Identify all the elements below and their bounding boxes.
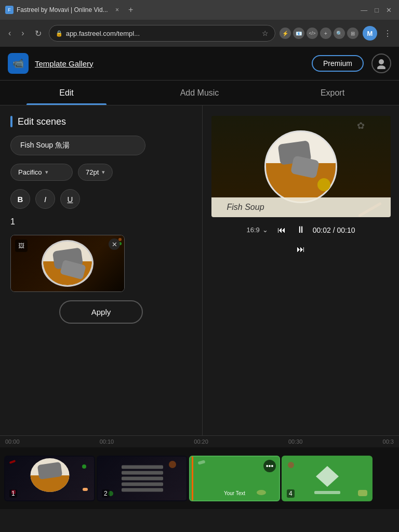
bookmark-icon[interactable]: ☆ [262,29,269,37]
back-btn[interactable]: ‹ [5,26,14,40]
lock-icon: 🔒 [56,30,63,37]
ruler-mark-3: 00:30 [288,438,303,445]
ruler-mark-0: 00:00 [5,438,20,445]
ext-search-icon[interactable]: 🔍 [334,28,345,39]
clip-3-more-btn[interactable]: ••• [263,460,276,472]
apply-button[interactable]: Apply [59,300,143,324]
user-avatar[interactable] [371,54,391,73]
tab-navigation: Edit Add Music Export [0,81,399,105]
image-upload-icon: 🖼 [15,240,28,252]
font-family-select[interactable]: Pacifico ▾ [10,164,73,181]
minimize-btn[interactable]: — [361,6,367,14]
app-logo: 📹 [8,53,29,74]
chevron-down-icon: ⌄ [262,226,268,234]
decoration-icon: ✿ [357,120,365,131]
section-header: Edit scenes [10,116,192,127]
user-icon [376,58,387,69]
browser-chrome: F Fastreel by Movavi | Online Vid... × +… [0,0,399,47]
bold-button[interactable]: B [10,189,30,209]
left-panel: Edit scenes Pacifico ▾ 72pt ▾ B I U 1 [0,105,203,435]
maximize-btn[interactable]: □ [375,6,379,14]
address-text: app.fastreel.com/templ... [66,30,259,37]
clip-1-number: 1 [9,489,17,498]
underline-button[interactable]: U [60,189,80,209]
video-time-row: 16:9 ⌄ ⏮ ⏸ 00:02 / 00:10 [246,222,355,237]
close-window-btn[interactable]: ✕ [386,6,392,14]
timeline-ruler: 00:00 00:10 00:20 00:30 00:3 [0,436,399,447]
rewind-button[interactable]: ⏮ [274,223,289,237]
video-controls: 16:9 ⌄ ⏮ ⏸ 00:02 / 00:10 ⏭ [210,222,391,256]
italic-button[interactable]: I [35,189,55,209]
clip-4-number: 4 [287,489,295,498]
ruler-mark-1: 00:10 [100,438,114,445]
ruler-marks: 00:00 00:10 00:20 00:30 00:3 [5,438,394,445]
timeline-clip-2[interactable]: 2 [97,456,188,501]
ext-email-icon[interactable]: 📧 [293,28,304,39]
time-display: 00:02 / 00:10 [313,226,355,234]
ext-grid-icon[interactable]: ⊞ [347,28,358,39]
browser-nav: ‹ › ↻ 🔒 app.fastreel.com/templ... ☆ ⚡ 📧 … [0,20,399,47]
video-background: ✿ Fish Soup [211,116,391,217]
browser-profile-btn[interactable]: M [363,26,377,41]
timeline-clip-3[interactable]: ••• Your Text [189,456,280,501]
aspect-ratio-selector[interactable]: 16:9 ⌄ [246,226,268,234]
main-content: Edit scenes Pacifico ▾ 72pt ▾ B I U 1 [0,105,399,435]
tab-close-btn[interactable]: × [113,5,121,15]
timeline-clip-1[interactable]: 1 [4,456,95,501]
section-title: Edit scenes [18,116,66,127]
ext-puzzle-icon[interactable]: ⚡ [280,28,291,39]
scene-number-label: 1 [10,217,192,227]
tab-title: Fastreel by Movavi | Online Vid... [17,6,110,14]
ext-code-icon[interactable]: </> [307,28,318,39]
text-format-buttons: B I U [10,189,192,209]
template-gallery-link[interactable]: Template Gallery [35,59,312,68]
tab-add-music[interactable]: Add Music [133,81,266,105]
timeline-section: 00:00 00:10 00:20 00:30 00:3 1 [0,435,399,509]
play-pause-button[interactable]: ⏸ [293,222,309,237]
refresh-btn[interactable]: ↻ [32,26,45,41]
playhead [192,457,193,500]
app-header: 📹 Template Gallery Premium [0,47,399,81]
ruler-mark-4: 00:3 [383,438,394,445]
section-bar-indicator [10,116,12,127]
svg-point-1 [377,65,385,69]
video-preview: ✿ Fish Soup [211,116,391,217]
app-logo-icon: 📹 [12,58,24,69]
scene-text-input[interactable] [10,136,145,155]
browser-menu-btn[interactable]: ⋮ [381,26,394,41]
timeline-clips: 1 2 ••• [0,447,399,510]
font-size-select[interactable]: 72pt ▾ [78,164,113,181]
premium-button[interactable]: Premium [312,55,364,72]
video-caption-text: Fish Soup [227,203,264,212]
chevron-down-icon: ▾ [45,169,48,176]
forward-btn[interactable]: › [18,26,27,40]
video-caption-bar: Fish Soup [211,197,391,217]
clip-3-label: Your Text [224,490,245,496]
ext-plus-icon[interactable]: + [320,28,331,39]
right-panel: ✿ Fish Soup 16:9 [203,105,399,435]
svg-point-0 [379,59,384,64]
scene-image-area: 🖼 ✕ [10,235,125,292]
browser-titlebar: F Fastreel by Movavi | Online Vid... × +… [0,0,399,20]
chevron-down-icon: ▾ [102,169,105,176]
ruler-mark-2: 00:20 [194,438,208,445]
font-controls: Pacifico ▾ 72pt ▾ [10,164,192,181]
timeline-clip-4[interactable]: 4 [282,456,373,501]
tab-favicon: F [5,6,14,14]
tab-export[interactable]: Export [266,81,399,105]
new-tab-btn[interactable]: + [124,5,137,15]
tab-edit[interactable]: Edit [0,81,133,105]
video-bowl [264,130,337,203]
clip-2-number: 2 [102,489,110,498]
image-remove-btn[interactable]: ✕ [109,238,120,250]
address-bar[interactable]: 🔒 app.fastreel.com/templ... ☆ [49,25,275,42]
next-scene-button[interactable]: ⏭ [294,243,308,256]
browser-extensions: ⚡ 📧 </> + 🔍 ⊞ [280,28,358,39]
